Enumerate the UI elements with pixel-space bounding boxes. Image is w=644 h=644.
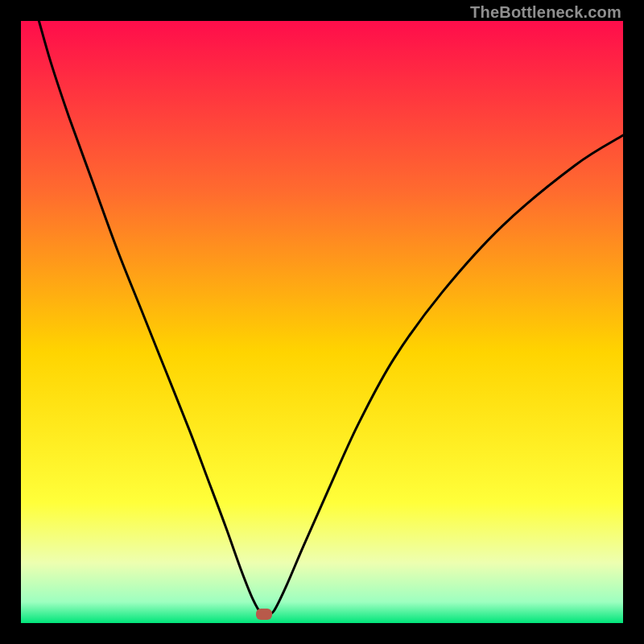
plot-area (21, 21, 623, 623)
watermark-label: TheBottleneck.com (470, 3, 621, 22)
chart-frame: TheBottleneck.com (0, 0, 644, 644)
bottleneck-curve (21, 21, 623, 623)
optimum-marker (256, 609, 272, 620)
